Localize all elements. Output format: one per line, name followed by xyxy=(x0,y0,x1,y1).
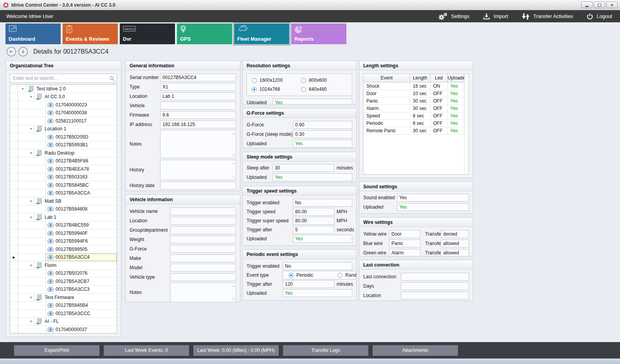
vehicle-input[interactable] xyxy=(160,102,236,110)
uploaded-input[interactable] xyxy=(283,289,352,297)
length-row-panic[interactable]: Panic30 secOFFYes xyxy=(364,97,464,105)
tree-group-location-1[interactable]: ▾Location 1 xyxy=(10,125,117,133)
settings-button[interactable]: Settings xyxy=(438,12,469,21)
tree-device-00127b5994f6[interactable]: 00127B5994F6 xyxy=(10,238,117,246)
tree-device-00127b4b5f88[interactable]: 00127B4B5F88 xyxy=(10,157,117,166)
history-date-input[interactable] xyxy=(160,182,236,189)
tree-device-00127b4bc559[interactable]: 00127B4BC559 xyxy=(10,222,117,230)
group-department-input[interactable] xyxy=(170,226,236,234)
weight-input[interactable] xyxy=(170,236,236,243)
tree-device-00127b584608[interactable]: 00127B584608 xyxy=(10,205,117,214)
firmware-input[interactable] xyxy=(160,111,236,119)
tree-group-ai-fl[interactable]: ▾AI - FL xyxy=(10,318,117,326)
uploaded-input[interactable] xyxy=(272,173,352,181)
length-row-periodic[interactable]: Periodic8 secOFFYes xyxy=(364,119,464,127)
tab-events-reviews[interactable]: Events & Reviews xyxy=(63,23,118,44)
length-row-shock[interactable]: Shock16 secONYes xyxy=(364,82,464,90)
sound-enabled-input[interactable] xyxy=(397,194,469,202)
tab-reports[interactable]: Reports xyxy=(291,23,346,44)
resolution-640x480-radio[interactable]: 640x480 xyxy=(301,86,347,92)
tree-device-017040000038[interactable]: 017040000038 xyxy=(10,109,117,117)
tree-group-matt-sb[interactable]: ▾Matt SB xyxy=(10,197,117,205)
uploaded-input[interactable] xyxy=(293,140,352,148)
trigger-speed-input[interactable] xyxy=(293,208,334,216)
trigger-enabled-input[interactable] xyxy=(283,262,352,270)
tab-gps[interactable]: GPS xyxy=(177,23,232,44)
model-input[interactable] xyxy=(170,264,236,272)
uploaded-input[interactable] xyxy=(272,99,352,105)
scroll-down-button[interactable] xyxy=(18,47,28,57)
length-row-alarm[interactable]: Alarm30 secOFFYes xyxy=(364,105,464,112)
tree-device-00127b5a3cc3[interactable]: 00127B5A3CC3 xyxy=(10,286,117,294)
expander-icon[interactable]: ▾ xyxy=(28,215,34,219)
expander-icon[interactable]: ▾ xyxy=(28,199,34,203)
ip-address-input[interactable] xyxy=(160,121,236,128)
tree-device-00127b503163[interactable]: 00127B503163 xyxy=(10,173,117,182)
scroll-down-icon[interactable]: ▾ xyxy=(232,175,234,178)
expander-icon[interactable]: ▾ xyxy=(28,127,34,131)
expander-icon[interactable]: ▾ xyxy=(28,296,34,299)
last-connection-input[interactable] xyxy=(401,273,469,281)
scroll-up-icon[interactable]: ▴ xyxy=(232,162,234,164)
g-force-sleep-mode-input[interactable] xyxy=(293,130,352,138)
trigger-super-speed-input[interactable] xyxy=(293,217,334,225)
tree-group-lab-1[interactable]: ▾Lab 1 xyxy=(10,213,117,222)
search-input[interactable] xyxy=(10,74,117,83)
import-button[interactable]: Import xyxy=(483,13,508,20)
last-week-button[interactable]: Last Week: 0.00 (Miles) - 0.00 (MPH) xyxy=(193,345,279,356)
make-input[interactable] xyxy=(170,254,236,262)
expander-icon[interactable]: ▾ xyxy=(28,263,34,267)
resolution-1024x768-radio[interactable]: 1024x768 xyxy=(252,86,298,92)
tree-device-00127b59940f[interactable]: 00127B59940F xyxy=(10,229,117,238)
tree-device-017040000037[interactable]: 017040000037 xyxy=(10,326,117,333)
location-input[interactable] xyxy=(401,292,469,299)
resolution-1600x1200-radio[interactable]: 1600x1200 xyxy=(252,77,298,83)
uploaded-input[interactable] xyxy=(397,203,469,211)
tree-device-00127b5a3cc4[interactable]: ▶00127B5A3CC4 xyxy=(10,254,117,262)
location-input[interactable] xyxy=(160,92,236,100)
tree-device-00127b502076[interactable]: 00127B502076 xyxy=(10,270,117,278)
tree-device-00127b5a3cca[interactable]: 00127B5A3CCA xyxy=(10,189,117,198)
tab-fleet-manager[interactable]: Fleet Manager xyxy=(234,23,289,44)
scroll-up-icon[interactable]: ▴ xyxy=(232,132,234,135)
uploaded-input[interactable] xyxy=(293,235,352,243)
expander-icon[interactable]: ▾ xyxy=(28,151,34,155)
blue-wire-input[interactable] xyxy=(389,240,420,247)
g-force-input[interactable] xyxy=(170,245,236,253)
scroll-up-icon[interactable]: ▴ xyxy=(232,285,234,287)
resolution-800x600-radio[interactable]: 800x600 xyxy=(301,77,347,83)
length-row-door[interactable]: Door10 secOFFYes xyxy=(364,90,464,97)
maximize-button[interactable] xyxy=(594,2,605,8)
serial-number-input[interactable] xyxy=(160,74,236,81)
table-scrollbar[interactable] xyxy=(464,74,469,174)
back-button[interactable] xyxy=(6,47,16,57)
transfer-activities-button[interactable]: Transfer Activities xyxy=(521,13,573,20)
tree-group-radu-desktop[interactable]: ▾Radu Desktop xyxy=(10,149,117,157)
tree-device-017040000023[interactable]: 017040000023 xyxy=(10,101,117,109)
green-wire-transfer-input[interactable] xyxy=(441,249,469,256)
expander-icon[interactable]: ▾ xyxy=(20,87,26,91)
notes-textarea[interactable]: ▴▾ xyxy=(160,130,236,158)
tree-device-00127b5a3cb7[interactable]: 00127B5A3CB7 xyxy=(10,278,117,286)
trigger-after-input[interactable] xyxy=(293,226,334,234)
location-input[interactable] xyxy=(170,217,236,225)
sleep-after-input[interactable] xyxy=(272,164,334,172)
close-button[interactable]: × xyxy=(606,2,618,8)
scroll-down-icon[interactable]: ▾ xyxy=(232,153,234,156)
scroll-down-icon[interactable]: ▾ xyxy=(232,297,234,300)
tree-device-00127b5993b1[interactable]: 00127B5993B1 xyxy=(10,141,117,150)
export-print-button[interactable]: Export/Print xyxy=(14,345,99,356)
tree-group-ai-cc-3-0[interactable]: ▾AI CC 3.0 xyxy=(10,93,117,101)
tree-device-00127b5845bc[interactable]: 00127B5845BC xyxy=(10,181,117,189)
random-radio[interactable]: Random xyxy=(337,272,357,278)
trigger-enabled-input[interactable] xyxy=(293,199,352,207)
type-input[interactable] xyxy=(160,83,236,91)
tree-device-00127b599505[interactable]: 00127B599505 xyxy=(10,245,117,254)
tab-dashboard[interactable]: Dashboard xyxy=(5,23,61,44)
tree-group-test-idrive-2-0[interactable]: ▾Test Idrive 2.0 xyxy=(10,85,117,93)
tree-device-00127b4eea78[interactable]: 00127B4EEA78 xyxy=(10,165,117,173)
length-row-remote-panic[interactable]: Remote Panic30 secOFFYes xyxy=(364,127,464,134)
minimize-button[interactable] xyxy=(581,2,593,8)
green-wire-input[interactable] xyxy=(389,249,420,256)
logout-button[interactable]: Logout xyxy=(586,13,612,20)
